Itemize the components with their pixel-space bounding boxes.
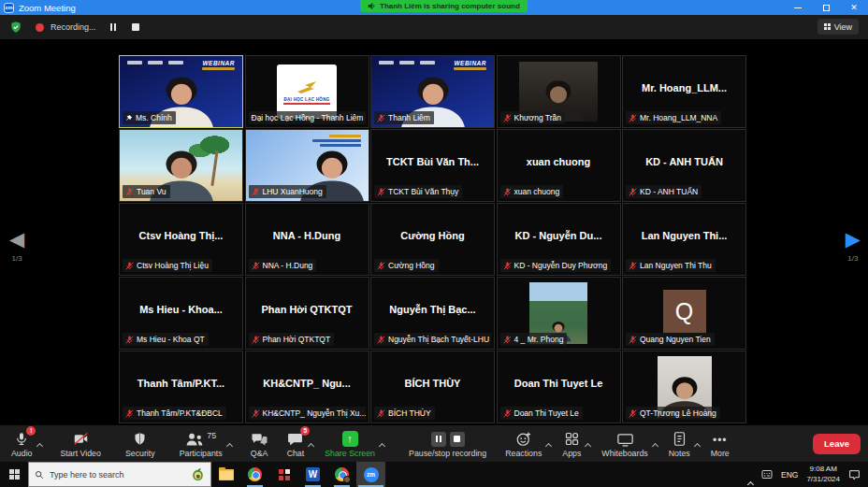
participant-tile[interactable]: Cường HồngCường Hồng [370, 203, 495, 276]
muted-mic-icon [252, 336, 260, 344]
taskbar-clock[interactable]: 9:08 AM 7/31/2024 [806, 465, 840, 484]
tray-app-icon[interactable] [761, 469, 773, 480]
taskbar-search[interactable] [28, 462, 211, 487]
participant-tile[interactable]: Lan Nguyen Thi...Lan Nguyen Thi Thu [622, 203, 746, 276]
pause-recording-button[interactable] [110, 23, 116, 31]
participant-tile[interactable]: Ctsv Hoàng Thị...Ctsv Hoàng Thị Liệu [119, 203, 243, 276]
taskbar-chrome-profile[interactable] [327, 462, 356, 487]
previous-page-arrow[interactable]: ◀ [9, 229, 24, 249]
participant-name-label: KH&CNTP_ Nguyễn Thị Xu... [249, 407, 366, 420]
audio-options-chevron[interactable] [36, 443, 42, 450]
next-page-arrow[interactable]: ▶ [846, 229, 861, 249]
lhu-bird-logo-icon [296, 79, 318, 94]
participant-tile[interactable]: WEBINARThanh Liêm [370, 55, 495, 128]
security-button[interactable]: Security [125, 430, 155, 458]
maximize-button[interactable] [812, 0, 840, 15]
participant-tile[interactable]: QQuang Nguyen Tien [622, 277, 746, 350]
participant-tile[interactable]: WEBINARMs. Chính [119, 55, 243, 128]
participant-tile[interactable]: Mr. Hoang_LLM...Mr. Hoang_LLM_NNA [622, 55, 746, 128]
taskbar-chrome[interactable] [240, 462, 269, 487]
participant-tile[interactable]: Phan Hời QTKTQTPhan Hời QTKTQT [245, 277, 369, 350]
hidden-icons-chevron[interactable] [747, 481, 754, 487]
participant-tile[interactable]: BÍCH THÙYBÍCH THÙY [370, 351, 495, 423]
participant-name-label: Ms Hieu - Khoa QT [123, 333, 209, 346]
clock-date: 7/31/2024 [806, 475, 840, 484]
participant-tile[interactable]: Doan Thi Tuyet LeDoan Thi Tuyet Le [497, 351, 621, 423]
muted-mic-icon [629, 262, 637, 270]
speaker-icon [368, 2, 376, 10]
participant-display-name: BÍCH THÙY [373, 378, 492, 389]
view-button[interactable]: View [817, 19, 859, 35]
participant-display-name: KH&CNTP_ Ngu... [248, 378, 367, 389]
leave-button[interactable]: Leave [813, 434, 861, 454]
participant-tile[interactable]: Thanh Tâm/P.KT...Thanh Tâm/P.KT&ĐBCL [119, 351, 243, 423]
toolbar-stop-recording-button[interactable] [450, 432, 465, 447]
toolbar-pause-recording-button[interactable] [431, 432, 446, 447]
participant-tile[interactable]: xuan chuongxuan chuong [497, 129, 621, 202]
webinar-sponsor-strip [379, 61, 435, 64]
taskbar-app[interactable] [269, 462, 298, 487]
participant-tile[interactable]: ĐẠI HỌC LẠC HỒNGĐại học Lạc Hồng - Thanh… [245, 55, 369, 128]
participant-tile[interactable]: Ms Hieu - Khoa...Ms Hieu - Khoa QT [119, 277, 243, 350]
participant-tile[interactable]: KD - ANH TUẤNKD - ANH TUẤN [622, 129, 746, 202]
participant-tile[interactable]: LHU XuanHuong [245, 129, 369, 202]
participant-tile[interactable]: 4 _ Mr. Phong [497, 277, 621, 350]
taskbar-word[interactable]: W [298, 462, 327, 487]
participants-options-chevron[interactable] [226, 443, 233, 450]
chat-options-chevron[interactable] [308, 443, 314, 450]
start-button[interactable] [0, 462, 28, 487]
muted-mic-icon [629, 409, 637, 418]
close-button[interactable]: ✕ [840, 0, 868, 15]
muted-mic-icon [125, 188, 134, 196]
participant-display-name: Nguyễn Thị Bạc... [373, 304, 492, 315]
muted-mic-icon [377, 262, 385, 270]
audio-button[interactable]: ! Audio [11, 430, 33, 458]
apps-button[interactable]: Apps [562, 430, 581, 458]
zoom-taskbar-icon: zm [364, 467, 379, 482]
meeting-info-button[interactable] [9, 21, 22, 34]
share-screen-icon: ↑ [342, 431, 358, 447]
participant-name-label: Doan Thi Tuyet Le [500, 407, 583, 420]
reactions-options-chevron[interactable] [545, 443, 552, 450]
whiteboards-button[interactable]: Whiteboards [601, 430, 647, 458]
participant-tile[interactable]: TCKT Bùi Văn Th...TCKT Bùi Văn Thụy [370, 129, 495, 202]
muted-mic-icon [503, 262, 512, 270]
participant-tile[interactable]: Khương Trần [497, 55, 621, 128]
participant-tile[interactable]: Nguyễn Thị Bạc...Nguyễn Thị Bạch Tuyết-L… [370, 277, 495, 350]
participant-display-name: KD - Nguyễn Du... [499, 230, 618, 241]
participant-tile[interactable]: QT-Trương Lê Hoàng [622, 351, 746, 423]
share-options-chevron[interactable] [379, 443, 385, 450]
chat-button[interactable]: 5 Chat [287, 430, 305, 458]
notes-button[interactable]: Notes [669, 430, 690, 458]
participants-button[interactable]: 75 Participants [180, 430, 223, 458]
taskbar-zoom[interactable]: zm [356, 462, 385, 487]
lhu-logo-text: ĐẠI HỌC LẠC HỒNG [283, 97, 329, 105]
apps-options-chevron[interactable] [585, 443, 591, 450]
chat-unread-badge: 5 [300, 426, 310, 436]
start-video-button[interactable]: Start Video [61, 430, 101, 458]
share-screen-button[interactable]: ↑ Share Screen [325, 430, 375, 458]
language-indicator[interactable]: ENG [781, 470, 798, 480]
stop-recording-button[interactable] [132, 23, 139, 31]
reactions-button[interactable]: Reactions [505, 430, 542, 458]
qa-button[interactable]: Q&A [251, 430, 268, 458]
participant-tile[interactable]: KD - Nguyễn Du...KD - Nguyễn Duy Phương [497, 203, 621, 276]
notes-options-chevron[interactable] [694, 443, 701, 450]
participant-name-label: Cường Hồng [374, 259, 439, 272]
participant-tile[interactable]: KH&CNTP_ Ngu...KH&CNTP_ Nguyễn Thị Xu... [245, 351, 369, 423]
whiteboards-options-chevron[interactable] [652, 443, 658, 450]
participant-tile[interactable]: Tuan Vu [119, 129, 243, 202]
taskbar-file-explorer[interactable] [211, 462, 240, 487]
share-audio-banner: Thanh Liêm is sharing computer sound [360, 0, 528, 12]
participant-display-name: Ms Hieu - Khoa... [122, 304, 240, 315]
action-center-icon[interactable] [848, 469, 861, 480]
search-input[interactable] [50, 470, 185, 480]
shield-check-icon [9, 21, 22, 34]
participant-tile[interactable]: NNA - H.DungNNA - H.Dung [245, 203, 369, 276]
minimize-button[interactable] [784, 0, 812, 15]
zoom-app-icon: zm [4, 3, 14, 13]
more-button[interactable]: ••• More [711, 430, 730, 458]
muted-mic-icon [503, 336, 512, 344]
muted-mic-icon [125, 409, 134, 418]
participant-name-label: Quang Nguyen Tien [626, 333, 715, 346]
